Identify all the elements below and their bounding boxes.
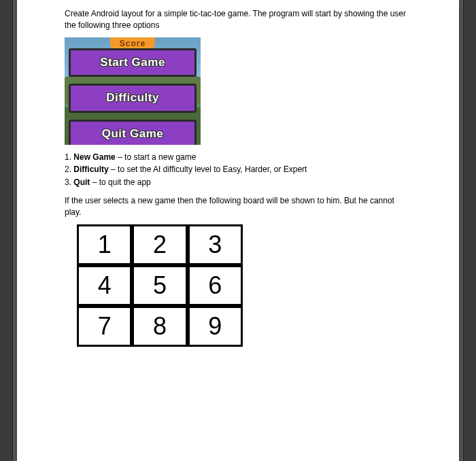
board-cell[interactable]: 3 — [190, 226, 241, 263]
list-rest: – to start a new game — [116, 152, 197, 162]
list-num: 1. — [65, 152, 71, 162]
board-container: 1 2 3 4 5 6 7 8 9 — [77, 224, 243, 347]
list-rest: – to quit the app — [90, 177, 150, 187]
board-cell[interactable]: 2 — [134, 226, 185, 263]
list-num: 3. — [65, 177, 71, 187]
board-cell[interactable]: 5 — [134, 267, 185, 304]
viewer-rail-left — [0, 0, 13, 461]
menu-screenshot: Score Start Game Difficulty Quit Game — [65, 37, 201, 145]
board-cell[interactable]: 9 — [190, 308, 241, 345]
tic-tac-toe-board: 1 2 3 4 5 6 7 8 9 — [79, 226, 241, 345]
viewer-rail-right — [463, 0, 476, 461]
list-num: 2. — [65, 165, 71, 174]
board-cell[interactable]: 8 — [134, 308, 185, 345]
list-rest: – to set the AI difficulty level to Easy… — [109, 165, 307, 174]
difficulty-button[interactable]: Difficulty — [69, 84, 197, 113]
board-cell[interactable]: 1 — [79, 226, 130, 263]
list-term: Difficulty — [73, 165, 108, 174]
quit-game-button[interactable]: Quit Game — [69, 120, 197, 145]
list-item: 1. New Game – to start a new game — [65, 152, 411, 163]
viewport: Create Android layout for a simple tic-t… — [0, 0, 476, 461]
document-page: Create Android layout for a simple tic-t… — [17, 0, 459, 461]
intro-text: Create Android layout for a simple tic-t… — [65, 8, 411, 32]
list-item: 2. Difficulty – to set the AI difficulty… — [65, 164, 411, 175]
options-list: 1. New Game – to start a new game 2. Dif… — [65, 152, 411, 188]
board-cell[interactable]: 4 — [79, 267, 130, 304]
menu-buttons-column: Start Game Difficulty Quit Game — [69, 48, 197, 145]
list-item: 3. Quit – to quit the app — [65, 177, 411, 188]
board-cell[interactable]: 6 — [190, 267, 241, 304]
list-term: New Game — [73, 152, 115, 162]
after-list-text: If the user selects a new game then the … — [65, 195, 411, 219]
board-cell[interactable]: 7 — [79, 308, 130, 345]
start-game-button[interactable]: Start Game — [69, 48, 197, 78]
list-term: Quit — [73, 177, 90, 187]
